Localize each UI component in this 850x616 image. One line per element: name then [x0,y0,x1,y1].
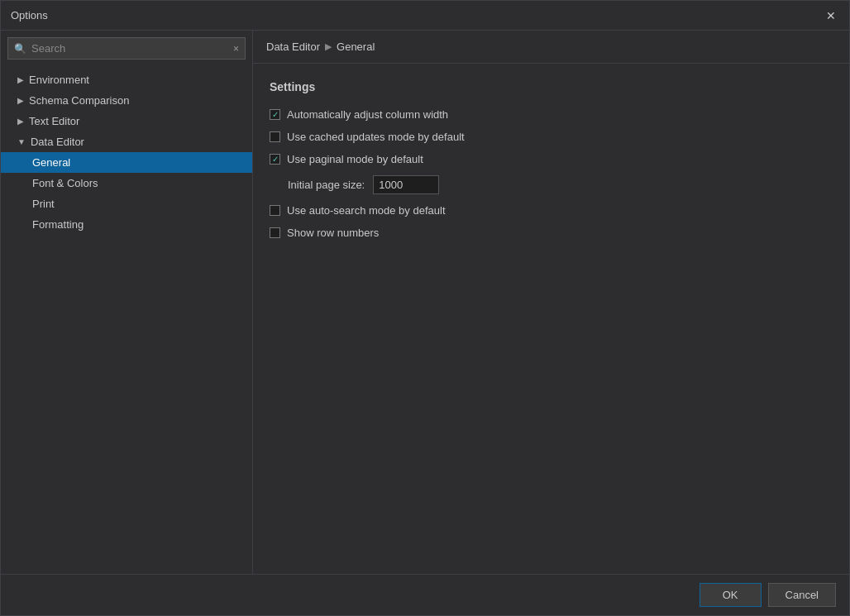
setting-auto-search: Use auto-search mode by default [270,204,833,217]
content-area: 🔍 × ▶ Environment ▶ Schema Comparison ▶ … [1,31,849,574]
page-size-input[interactable] [373,175,439,194]
options-dialog: Options ✕ 🔍 × ▶ Environment ▶ Schema Com… [0,0,850,616]
sidebar-item-schema-label: Schema Comparison [29,94,129,107]
sidebar-item-font-colors-label: Font & Colors [32,177,98,189]
sidebar-item-general[interactable]: General [1,152,252,173]
close-button[interactable]: ✕ [823,7,839,24]
paginal-mode-label[interactable]: Use paginal mode by default [270,153,423,165]
sidebar-item-font-colors[interactable]: Font & Colors [1,173,252,193]
cached-updates-text: Use cached updates mode by default [287,131,465,143]
setting-auto-col-width: Automatically adjust column width [270,108,833,121]
auto-search-label[interactable]: Use auto-search mode by default [270,204,446,217]
sidebar-item-data-editor-label: Data Editor [31,136,84,148]
page-size-label: Initial page size: [288,179,365,191]
sidebar-item-schema-comparison[interactable]: ▶ Schema Comparison [1,90,252,111]
show-row-numbers-label[interactable]: Show row numbers [270,227,379,239]
sidebar-item-data-editor[interactable]: ▼ Data Editor [1,131,252,152]
show-row-numbers-checkbox[interactable] [270,227,280,238]
expand-arrow-environment: ▶ [17,75,24,84]
auto-col-width-label[interactable]: Automatically adjust column width [270,108,448,121]
cached-updates-checkbox[interactable] [270,131,280,142]
search-input[interactable] [7,37,246,60]
expand-arrow-data-editor: ▼ [17,137,26,146]
sidebar-item-text-editor-label: Text Editor [29,115,79,127]
breadcrumb-parent: Data Editor [266,41,320,53]
sidebar-item-text-editor[interactable]: ▶ Text Editor [1,111,252,131]
button-bar: OK Cancel [1,574,849,615]
settings-panel: Settings Automatically adjust column wid… [253,64,849,574]
sidebar-item-environment[interactable]: ▶ Environment [1,69,252,90]
breadcrumb-separator: ▶ [325,41,332,52]
auto-col-width-text: Automatically adjust column width [287,108,448,121]
dialog-title: Options [11,9,48,21]
paginal-mode-checkbox[interactable] [270,154,280,165]
setting-show-row-numbers: Show row numbers [270,227,833,239]
paginal-mode-text: Use paginal mode by default [287,153,423,165]
settings-title: Settings [270,80,833,93]
ok-button[interactable]: OK [700,583,762,607]
sidebar-item-formatting-label: Formatting [32,218,84,231]
auto-search-text: Use auto-search mode by default [287,204,446,217]
nav-tree: ▶ Environment ▶ Schema Comparison ▶ Text… [1,66,252,574]
breadcrumb: Data Editor ▶ General [253,31,849,64]
search-box: 🔍 × [7,37,246,60]
cached-updates-label[interactable]: Use cached updates mode by default [270,131,465,143]
setting-paginal-mode: Use paginal mode by default [270,153,833,165]
sidebar-item-formatting[interactable]: Formatting [1,214,252,235]
sidebar-item-general-label: General [32,156,70,169]
setting-cached-updates: Use cached updates mode by default [270,131,833,143]
expand-arrow-text-editor: ▶ [17,117,24,126]
main-content: Data Editor ▶ General Settings Automatic… [253,31,849,574]
auto-search-checkbox[interactable] [270,205,280,216]
search-clear-button[interactable]: × [233,43,239,55]
title-bar: Options ✕ [1,1,849,31]
auto-col-width-checkbox[interactable] [270,109,280,120]
expand-arrow-schema: ▶ [17,96,24,105]
cancel-button[interactable]: Cancel [768,583,836,607]
search-icon: 🔍 [14,43,26,55]
show-row-numbers-text: Show row numbers [287,227,379,239]
sidebar-item-print[interactable]: Print [1,193,252,214]
breadcrumb-current: General [337,41,375,53]
sidebar-item-environment-label: Environment [29,74,89,86]
sidebar: 🔍 × ▶ Environment ▶ Schema Comparison ▶ … [1,31,253,574]
page-size-row: Initial page size: [288,175,833,194]
sidebar-item-print-label: Print [32,198,55,210]
